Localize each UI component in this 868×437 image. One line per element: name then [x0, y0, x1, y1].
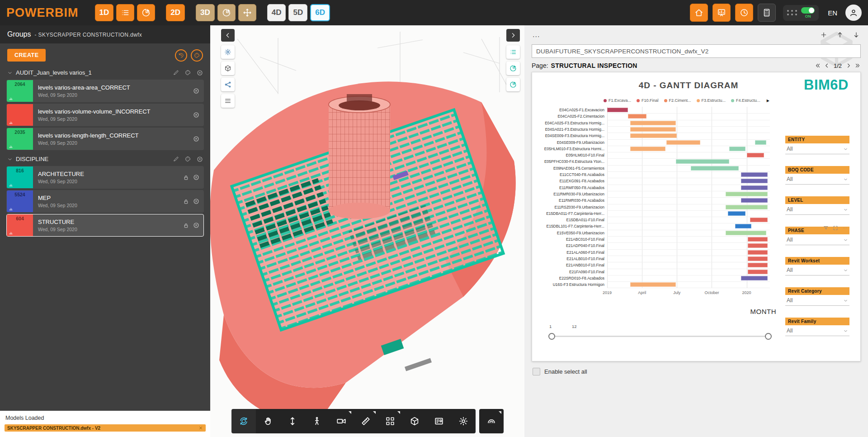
3d-move-button[interactable]	[238, 4, 256, 21]
group-item-levels-varios-volume-volume-incorrect[interactable]: levels varios-volume-volume_INCORRECTWed…	[6, 104, 204, 126]
gantt-bar[interactable]	[630, 127, 675, 132]
list-mode-button[interactable]	[116, 4, 134, 21]
gantt-bar[interactable]	[728, 211, 745, 216]
group-item-levels-varios-area-area-correct[interactable]: 2064levels varios-area-area_CORRECTWed, …	[6, 80, 204, 102]
more-options-icon[interactable]	[842, 225, 848, 231]
gantt-bar[interactable]	[748, 237, 768, 242]
mode-5d-button[interactable]: 5D	[288, 4, 307, 21]
gantt-bar[interactable]	[726, 192, 768, 196]
item-color-swatch[interactable]: 2064	[7, 80, 33, 102]
group-caret-icon[interactable]	[7, 70, 13, 76]
gantt-bar[interactable]	[750, 218, 768, 222]
slicer-dropdown[interactable]: All	[785, 204, 849, 215]
report-lines-button[interactable]	[506, 45, 520, 59]
gantt-bar[interactable]	[735, 224, 751, 228]
slicer-dropdown[interactable]: All	[785, 143, 849, 154]
gantt-bar[interactable]	[630, 147, 665, 151]
first-person-tool-button[interactable]	[305, 409, 329, 433]
gantt-bar[interactable]	[741, 185, 768, 190]
slicer-dropdown[interactable]: All	[785, 325, 849, 336]
month-slider-track[interactable]	[549, 336, 771, 337]
last-page-icon[interactable]	[854, 62, 861, 69]
gantt-bar[interactable]	[666, 140, 700, 145]
mode-4d-button[interactable]: 4D	[267, 4, 286, 21]
item-color-swatch[interactable]	[7, 104, 33, 126]
month-slider-handle-left[interactable]	[548, 333, 555, 340]
slicer-dropdown[interactable]: All	[785, 265, 849, 276]
list-view-button[interactable]	[221, 94, 235, 108]
item-remove-icon[interactable]	[193, 112, 199, 118]
gantt-bar[interactable]	[630, 282, 675, 287]
measure-tool-button[interactable]	[354, 409, 378, 433]
select-all-checkbox[interactable]	[533, 368, 540, 375]
model-chip[interactable]: SKYSCRAPPER CONSTRUCTION.dwfx - V2	[5, 424, 206, 432]
item-color-swatch[interactable]: 604	[7, 214, 33, 236]
add-report-icon[interactable]	[820, 31, 827, 38]
group-color-icon[interactable]	[185, 156, 191, 162]
properties-tool-button[interactable]	[427, 409, 451, 433]
group-edit-icon[interactable]	[173, 156, 179, 162]
display-settings-button[interactable]	[221, 45, 235, 59]
gantt-bar[interactable]	[748, 250, 768, 255]
slicer-dropdown[interactable]: All	[785, 234, 849, 245]
orbit-tool-button[interactable]	[231, 409, 256, 433]
gantt-bar[interactable]	[691, 166, 738, 171]
group-color-icon[interactable]	[185, 70, 191, 76]
explode-tool-button[interactable]	[378, 409, 402, 433]
gantt-bar[interactable]	[630, 133, 677, 138]
item-remove-icon[interactable]	[193, 88, 199, 94]
next-page-icon[interactable]	[845, 62, 852, 69]
on-toggle[interactable]	[801, 7, 815, 14]
arrow-up-icon[interactable]	[836, 31, 844, 38]
gantt-bar[interactable]	[676, 159, 729, 164]
gantt-bar[interactable]	[741, 198, 768, 203]
gantt-bar[interactable]	[741, 179, 768, 183]
gantt-bar[interactable]	[748, 270, 768, 274]
gantt-bar[interactable]	[747, 153, 764, 157]
mode-3d-button[interactable]: 3D	[196, 4, 215, 21]
item-remove-icon[interactable]	[193, 198, 199, 204]
report-name-field[interactable]: DUBAIFUTURE_SKYSCRAPPERCONSTRUCTION_dwfx…	[532, 44, 861, 58]
gantt-bar[interactable]	[741, 276, 768, 280]
model-tree-button[interactable]	[221, 78, 235, 91]
gantt-bar[interactable]	[748, 256, 768, 261]
item-remove-icon[interactable]	[193, 222, 199, 228]
history-button[interactable]	[735, 4, 753, 22]
month-end-value[interactable]: 12	[572, 324, 577, 329]
mode-6d-button[interactable]: 6D	[310, 4, 330, 21]
item-remove-icon[interactable]	[193, 136, 199, 142]
gantt-bar[interactable]	[607, 108, 628, 112]
group-item-mep[interactable]: 5524MEPWed, 09 Sep 2020	[6, 190, 204, 213]
item-color-swatch[interactable]: 816	[7, 166, 33, 188]
group-remove-icon[interactable]	[197, 156, 203, 162]
settings-tool-button[interactable]	[451, 409, 476, 433]
user-avatar[interactable]	[845, 5, 862, 21]
gantt-bar[interactable]	[755, 140, 767, 145]
3d-model-canvas[interactable]	[210, 25, 524, 437]
first-page-icon[interactable]	[815, 62, 821, 69]
report-donut-button[interactable]	[506, 78, 520, 91]
mode-2d-button[interactable]: 2D	[166, 4, 185, 21]
lock-icon[interactable]	[183, 199, 189, 204]
3d-pie-button[interactable]	[217, 4, 236, 21]
slicer-dropdown[interactable]: All	[785, 295, 849, 306]
language-selector[interactable]: EN	[828, 9, 837, 17]
group-item-architecture[interactable]: 816ARCHITECTUREWed, 09 Sep 2020	[6, 166, 204, 189]
focus-mode-icon[interactable]	[833, 225, 838, 231]
group-caret-icon[interactable]	[7, 157, 13, 162]
close-icon[interactable]	[198, 426, 203, 430]
create-button[interactable]: CREATE	[7, 49, 46, 62]
camera-tool-button[interactable]	[329, 409, 354, 433]
3d-viewport[interactable]	[210, 25, 524, 437]
group-header[interactable]: AUDIT_Juan_levels varios_1	[0, 65, 210, 78]
gantt-bar[interactable]	[726, 231, 766, 235]
prev-page-icon[interactable]	[824, 62, 830, 69]
arrow-down-icon[interactable]	[853, 31, 860, 38]
pan-tool-button[interactable]	[256, 409, 280, 433]
report-pie-button[interactable]	[506, 62, 520, 75]
group-header[interactable]: DISCIPLINE	[0, 152, 210, 165]
lock-icon[interactable]	[183, 175, 189, 180]
gantt-bar[interactable]	[741, 172, 768, 177]
color-palette-button[interactable]	[191, 49, 203, 62]
report-menu[interactable]: ...	[533, 31, 811, 39]
